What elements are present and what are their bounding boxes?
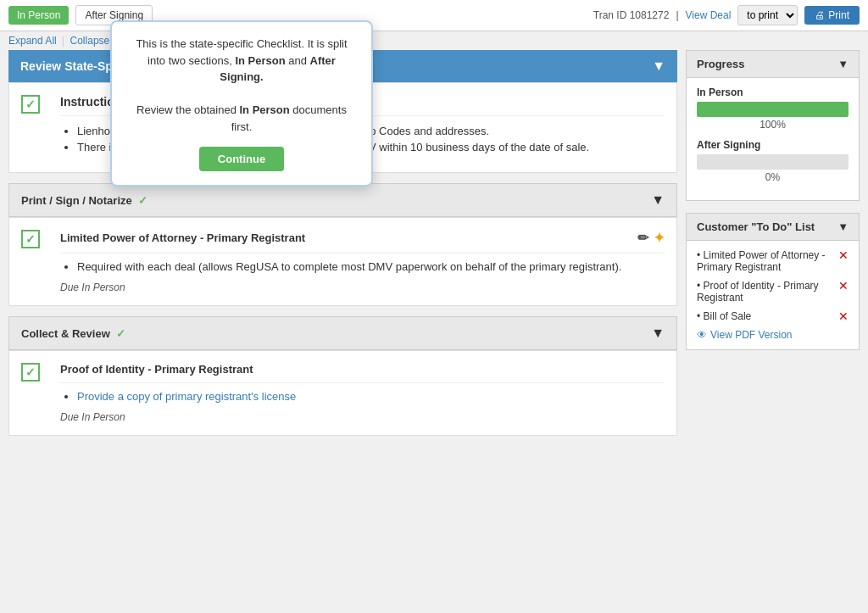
limited-poa-bullet-1: Required with each deal (allows RegUSA t… (77, 260, 665, 273)
collect-review-checkmark: ✓ (116, 327, 125, 340)
progress-title: Progress (697, 58, 744, 70)
limited-poa-card: ✓ Limited Power of Attorney - Primary Re… (8, 217, 677, 306)
continue-button[interactable]: Continue (199, 147, 284, 171)
proof-identity-body: Provide a copy of primary registrant's l… (60, 390, 665, 423)
proof-identity-title: Proof of Identity - Primary Registrant (60, 363, 665, 383)
after-signing-progress-bar (697, 154, 849, 170)
gear-icon[interactable]: ✦ (654, 230, 665, 246)
collect-review-section-header[interactable]: Collect & Review ✓ ▼ (8, 316, 677, 350)
print-sign-chevron: ▼ (651, 192, 665, 208)
proof-identity-link[interactable]: Provide a copy of primary registrant's l… (77, 390, 296, 403)
in-person-pct: 100% (697, 119, 849, 131)
limited-poa-checkbox[interactable]: ✓ (21, 230, 40, 248)
limited-poa-icons: ✏ ✦ (637, 230, 665, 246)
print-icon: 🖨 (815, 9, 825, 21)
proof-identity-list: Provide a copy of primary registrant's l… (77, 390, 665, 403)
todo-panel-header[interactable]: Customer "To Do" List ▼ (687, 214, 859, 241)
limited-poa-title: Limited Power of Attorney - Primary Regi… (60, 230, 665, 254)
print-select[interactable]: to print (737, 5, 798, 25)
right-col: Progress ▼ In Person 100% After Signing … (677, 50, 860, 436)
collect-review-title: Collect & Review ✓ (21, 327, 125, 340)
progress-panel-body: In Person 100% After Signing 0% (687, 78, 859, 200)
proof-identity-bullet-1: Provide a copy of primary registrant's l… (77, 390, 665, 403)
collect-review-chevron: ▼ (651, 326, 665, 341)
print-sign-section-header[interactable]: Print / Sign / Notarize ✓ ▼ (8, 183, 677, 217)
todo-item-3-close[interactable]: ✕ (838, 310, 849, 322)
after-signing-label: After Signing (697, 139, 849, 151)
page-wrapper: In Person After Signing This is the stat… (0, 0, 868, 613)
todo-item-3-text: Bill of Sale (697, 310, 835, 322)
print-sign-checkmark: ✓ (138, 194, 147, 207)
proof-identity-checkbox[interactable]: ✓ (21, 363, 40, 382)
popover: This is the state-specific Checklist. It… (110, 20, 373, 187)
top-bar: In Person After Signing This is the stat… (0, 0, 868, 31)
in-person-button[interactable]: In Person (8, 6, 69, 25)
print-button[interactable]: 🖨 Print (804, 6, 860, 25)
todo-item-2-text: Proof of Identity - Primary Registrant (697, 280, 835, 304)
tran-info: Tran ID 1081272 (593, 9, 670, 21)
progress-panel: Progress ▼ In Person 100% After Signing … (686, 50, 860, 201)
print-sign-title: Print / Sign / Notarize ✓ (21, 194, 147, 207)
limited-poa-list: Required with each deal (allows RegUSA t… (77, 260, 665, 273)
after-signing-pct: 0% (697, 171, 849, 183)
todo-item-1-close[interactable]: ✕ (838, 249, 849, 261)
todo-chevron: ▼ (837, 220, 849, 233)
limited-poa-body: Required with each deal (allows RegUSA t… (60, 260, 665, 293)
in-person-progress-fill (697, 102, 849, 117)
todo-item-1-text: Limited Power of Attorney - Primary Regi… (697, 249, 835, 273)
popover-text: This is the state-specific Checklist. It… (129, 36, 354, 135)
todo-title: Customer "To Do" List (697, 220, 815, 233)
in-person-progress-bar (697, 102, 849, 117)
limited-poa-due: Due In Person (60, 281, 665, 293)
customer-todo-panel: Customer "To Do" List ▼ Limited Power of… (686, 213, 860, 350)
in-person-label: In Person (697, 86, 849, 98)
main-section-chevron: ▼ (652, 59, 665, 74)
expand-all-link[interactable]: Expand All (8, 35, 57, 47)
proof-identity-due: Due In Person (60, 411, 665, 423)
progress-panel-header[interactable]: Progress ▼ (687, 51, 859, 78)
top-bar-right: Tran ID 1081272 | View Deal to print 🖨 P… (593, 5, 860, 25)
todo-item-2: Proof of Identity - Primary Registrant ✕ (697, 280, 849, 304)
todo-item-3: Bill of Sale ✕ (697, 310, 849, 322)
separator: | (62, 35, 64, 47)
instructions-checkbox[interactable]: ✓ (21, 95, 40, 114)
view-deal-link[interactable]: View Deal (686, 9, 732, 21)
progress-chevron: ▼ (837, 58, 849, 70)
todo-item-2-close[interactable]: ✕ (838, 280, 849, 292)
todo-item-1: Limited Power of Attorney - Primary Regi… (697, 249, 849, 273)
proof-identity-card: ✓ Proof of Identity - Primary Registrant… (8, 350, 677, 436)
separator: | (676, 9, 678, 21)
todo-panel-body: Limited Power of Attorney - Primary Regi… (687, 241, 859, 349)
view-pdf-link[interactable]: View PDF Version (697, 329, 849, 341)
edit-icon[interactable]: ✏ (637, 230, 648, 246)
